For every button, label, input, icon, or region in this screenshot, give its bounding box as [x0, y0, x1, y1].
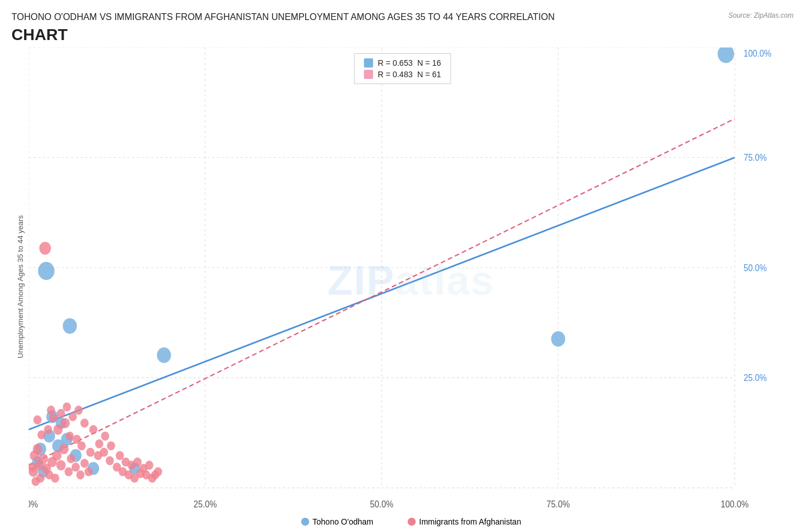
legend-r-blue: R = 0.653 — [378, 58, 413, 68]
legend-square-blue — [364, 58, 373, 68]
legend-r-pink: R = 0.483 — [378, 70, 413, 79]
svg-point-45 — [72, 463, 80, 472]
bottom-legend-blue-label: Tohono O'odham — [313, 517, 373, 526]
svg-point-16 — [551, 331, 566, 347]
svg-point-43 — [65, 467, 73, 476]
svg-point-62 — [69, 412, 77, 421]
svg-point-66 — [95, 439, 103, 448]
chart-inner: 100.0% 75.0% 50.0% 25.0% 0.0% 25.0% 50.0… — [29, 47, 794, 514]
svg-point-28 — [39, 241, 51, 255]
svg-point-79 — [107, 441, 115, 450]
svg-point-64 — [80, 419, 88, 428]
svg-text:75.0%: 75.0% — [547, 499, 570, 509]
svg-point-69 — [100, 448, 108, 457]
chart-title: TOHONO O'ODHAM VS IMMIGRANTS FROM AFGHAN… — [11, 11, 555, 23]
svg-point-80 — [116, 451, 124, 460]
page-container: TOHONO O'ODHAM VS IMMIGRANTS FROM AFGHAN… — [0, 0, 805, 532]
svg-text:75.0%: 75.0% — [744, 152, 767, 162]
svg-point-68 — [33, 415, 41, 424]
svg-point-37 — [59, 444, 68, 454]
svg-point-59 — [49, 414, 57, 423]
svg-text:100.0%: 100.0% — [744, 48, 772, 58]
dot-legend-pink — [408, 518, 416, 526]
svg-line-11 — [29, 118, 735, 465]
chart-right: R = 0.653 N = 16 R = 0.483 N = 61 — [29, 47, 794, 526]
bottom-legend: Tohono O'odham Immigrants from Afghanist… — [29, 517, 794, 526]
svg-point-42 — [51, 474, 59, 483]
svg-point-63 — [74, 406, 82, 415]
svg-text:100.0%: 100.0% — [721, 499, 749, 509]
svg-point-48 — [85, 467, 93, 476]
svg-text:50.0%: 50.0% — [744, 263, 767, 273]
chart-area: Unemployment Among Ages 35 to 44 years R… — [11, 47, 794, 526]
svg-point-51 — [60, 418, 69, 428]
svg-point-46 — [76, 470, 84, 479]
legend-square-pink — [364, 70, 373, 79]
legend-n-blue: N = 16 — [417, 58, 441, 68]
svg-text:0.0%: 0.0% — [29, 499, 38, 509]
svg-point-31 — [38, 454, 48, 464]
svg-point-12 — [717, 47, 734, 63]
svg-point-58 — [44, 425, 52, 434]
chart-subtitle: CHART — [11, 26, 555, 44]
bottom-legend-pink-label: Immigrants from Afghanistan — [419, 517, 521, 526]
svg-point-15 — [157, 347, 171, 363]
svg-point-85 — [145, 460, 153, 470]
svg-text:50.0%: 50.0% — [370, 499, 393, 509]
source-label: Source: ZipAtlas.com — [728, 11, 794, 19]
svg-point-14 — [63, 318, 77, 334]
svg-point-87 — [154, 467, 162, 476]
legend-row-pink: R = 0.483 N = 61 — [364, 70, 441, 79]
svg-point-47 — [80, 459, 88, 468]
scatter-plot: 100.0% 75.0% 50.0% 25.0% 0.0% 25.0% 50.0… — [29, 47, 794, 514]
svg-text:25.0%: 25.0% — [744, 372, 767, 383]
svg-point-83 — [133, 457, 141, 466]
svg-point-44 — [67, 454, 75, 463]
bottom-legend-blue: Tohono O'odham — [301, 517, 373, 526]
svg-point-13 — [38, 262, 54, 280]
legend-n-pink: N = 61 — [417, 70, 441, 79]
bottom-legend-pink: Immigrants from Afghanistan — [408, 517, 521, 526]
legend-box: R = 0.653 N = 16 R = 0.483 N = 61 — [354, 53, 451, 84]
svg-text:25.0%: 25.0% — [194, 499, 217, 509]
svg-point-36 — [56, 460, 65, 470]
y-axis-label: Unemployment Among Ages 35 to 44 years — [11, 47, 29, 526]
svg-point-78 — [101, 431, 109, 440]
svg-point-38 — [33, 444, 42, 454]
legend-row-blue: R = 0.653 N = 16 — [364, 58, 441, 68]
svg-point-41 — [31, 477, 40, 486]
svg-point-65 — [89, 425, 97, 434]
svg-point-67 — [47, 406, 55, 415]
svg-point-54 — [77, 441, 85, 450]
svg-point-61 — [63, 402, 71, 411]
svg-point-52 — [66, 431, 74, 440]
svg-point-60 — [57, 409, 65, 418]
svg-point-70 — [106, 456, 114, 465]
dot-legend-blue — [301, 518, 309, 526]
svg-point-55 — [86, 448, 94, 457]
